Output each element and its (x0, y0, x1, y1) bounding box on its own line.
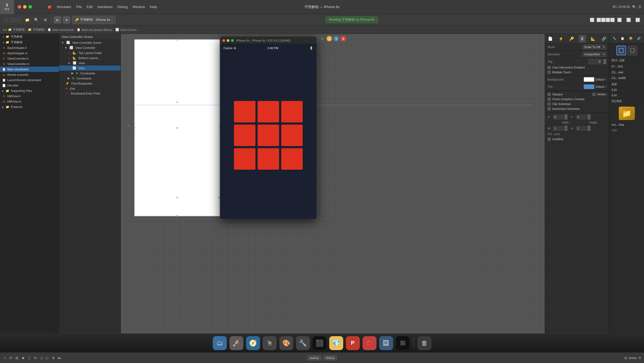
nav-item-viewcontroller-m[interactable]: m ViewController.m (0, 61, 59, 67)
opaque-checkbox[interactable] (548, 93, 551, 96)
autoresize-checkbox[interactable] (548, 107, 551, 110)
menu-hardware[interactable]: Hardware (95, 4, 115, 10)
width-field[interactable]: 1 (553, 126, 563, 130)
grid-cell-6[interactable] (281, 125, 303, 146)
user-interaction-checkbox[interactable] (548, 66, 551, 69)
panel-icon-4[interactable]: 🔗 (637, 37, 641, 40)
run-button[interactable]: ▶ (54, 16, 61, 24)
inspector-tab-id[interactable]: 🔑 (568, 35, 576, 42)
panel-icon-1[interactable]: 🔧 (613, 37, 616, 40)
stop-button[interactable]: ■ (63, 16, 70, 24)
scene-view-controller-scene[interactable]: ▼ ⬜ View Controller Scene (59, 40, 120, 45)
far-right-label-4[interactable]: ZJL...etail情 (609, 75, 644, 81)
editor-standard-btn[interactable]: ⬜ (588, 16, 596, 24)
nav-item-assets[interactable]: 🗂 Assets.xcassets (0, 72, 59, 77)
bottom-split-btn[interactable]: | (27, 355, 31, 361)
constraint-handle-left[interactable] (134, 127, 135, 129)
menu-help[interactable]: Help (148, 4, 159, 10)
canvas-icon-1[interactable]: ⊕ (320, 36, 325, 41)
clears-graphics-checkbox[interactable] (548, 98, 551, 101)
dock-term-2[interactable]: ⬛ (396, 336, 410, 350)
menu-file[interactable]: File (74, 4, 84, 10)
inspector-tab-quick[interactable]: ⚡ (557, 35, 565, 42)
dock-p-app[interactable]: P (346, 336, 360, 350)
canvas-icon-2[interactable]: ⚠ (327, 36, 332, 41)
grid-cell-8[interactable] (258, 148, 279, 170)
nav-item-viewcontroller-h[interactable]: h ViewController.h (0, 56, 59, 61)
scene-entry-point[interactable]: → Storyboard Entry Point (59, 91, 120, 96)
tag-field[interactable]: 0 (588, 59, 602, 64)
mode-dropdown[interactable]: Scale To Fill ▾ (582, 45, 606, 49)
scene-constraints-inner[interactable]: ▶ ⊞ Constraints (59, 71, 120, 76)
height-size-indicator[interactable]: hhAny (324, 355, 337, 360)
hidden-checkbox[interactable] (592, 93, 595, 96)
far-right-label-3[interactable]: ZJL...etail (609, 70, 644, 75)
width-size-indicator[interactable]: wwAny (307, 355, 321, 360)
multiple-touch-checkbox[interactable] (548, 71, 551, 74)
pause-button[interactable]: ⏸ 暂停 (0, 0, 14, 14)
big-folder-icon-1[interactable]: 📁 (619, 107, 635, 120)
iphone-wireframe[interactable] (134, 39, 220, 216)
h-decrement[interactable]: ▼ (587, 128, 591, 131)
nav-toggle-btn[interactable]: ⬜ (616, 16, 623, 24)
background-color-swatch[interactable] (584, 77, 594, 82)
editor-version-btn[interactable]: ⬜⬜ (606, 16, 614, 24)
menu-window[interactable]: Window (130, 4, 147, 10)
panel-icon-2[interactable]: 📋 (621, 37, 624, 40)
nav-item-launchscreen[interactable]: 📋 LaunchScreen.storyboard (0, 77, 59, 83)
canvas-icon-3[interactable]: ℹ (334, 36, 339, 41)
inspector-tab-file[interactable]: 📄 (547, 35, 554, 42)
file-btn-2[interactable]: 🔍 (32, 16, 40, 24)
scene-first-responder[interactable]: ⚡ First Responder (59, 81, 120, 86)
bottom-pause-btn[interactable]: ⏸ (51, 355, 56, 361)
dock-tools[interactable]: 🔧 (296, 336, 310, 350)
bottom-grid-btn[interactable]: ⊞ (15, 355, 19, 361)
dock-terminal[interactable]: ⬛ (313, 336, 327, 350)
close-button[interactable] (18, 5, 21, 9)
constraint-handle-inner-top[interactable] (177, 101, 178, 103)
nav-item-appdelegate-h[interactable]: h AppDelegate.h (0, 45, 59, 50)
breadcrumb-vc[interactable]: View Contro... (120, 28, 139, 31)
editor-assistant-btn[interactable]: ⬜⬜ (597, 16, 605, 24)
dock-trash[interactable]: 🗑 (418, 336, 431, 350)
bottom-add-btn[interactable]: + (3, 355, 7, 361)
far-right-label-2[interactable]: 07-...优化 (609, 64, 644, 70)
far-right-label-1[interactable]: 第13...业板 (609, 57, 644, 64)
tint-color-swatch[interactable] (584, 84, 594, 89)
far-right-desktop-label[interactable]: 桌面 (609, 81, 644, 88)
grid-cell-4[interactable] (234, 125, 255, 146)
menu-edit[interactable]: Edit (85, 4, 95, 10)
center-handle[interactable] (177, 127, 178, 129)
obj-square-selected[interactable] (616, 46, 626, 55)
dock-launchpad[interactable]: 🚀 (229, 336, 243, 350)
nav-item-main-storyboard[interactable]: 📋 Main.storyboard (0, 67, 59, 72)
bottom-refresh-btn[interactable]: ⟲ (33, 355, 38, 361)
far-right-time-2[interactable]: 9:34 (609, 93, 644, 98)
nav-item-hmview-m[interactable]: m HMView.m (0, 99, 59, 104)
clip-subviews-checkbox[interactable] (548, 103, 551, 106)
constraint-handle-bottom[interactable] (176, 215, 178, 217)
settings-btn[interactable]: ⚙ (638, 356, 641, 360)
menu-apple[interactable]: 🍎 (45, 4, 54, 10)
far-right-qq-label[interactable]: QQ 框架 (609, 98, 644, 104)
dock-source-tree[interactable]: ⭕ (363, 336, 376, 350)
debug-toggle-btn[interactable]: ⬜ (625, 16, 632, 24)
dock-sketch[interactable]: 💎 (329, 336, 343, 350)
menu-simulator[interactable]: Simulator (54, 4, 74, 10)
w-increment[interactable]: ▲ (564, 126, 568, 128)
w-decrement[interactable]: ▼ (564, 128, 568, 131)
inspector-tab-connections[interactable]: 🔗 (600, 35, 608, 42)
nav-item-products[interactable]: ▶ 📁 Products (0, 104, 59, 110)
tag-decrement[interactable]: ▼ (603, 62, 606, 64)
nav-item-appdelegate-m[interactable]: m AppDelegate.m (0, 50, 59, 56)
inspector-tab-attributes[interactable]: 🎛 (579, 35, 586, 42)
bottom-info-btn[interactable]: ⟳ (9, 355, 13, 361)
x-field[interactable]: 0 (553, 115, 563, 119)
scene-view-outer[interactable]: ▼ ⬜ View (59, 60, 120, 66)
breadcrumb-back[interactable]: ◂ (3, 28, 4, 31)
grid-cell-3[interactable] (281, 101, 303, 122)
utility-toggle-btn[interactable]: ⬜ (634, 16, 641, 24)
nav-item-hmview-h[interactable]: h HMView.h (0, 93, 59, 99)
file-btn-3[interactable]: ⚙ (42, 16, 49, 24)
dock-paint[interactable]: 🎨 (279, 336, 293, 350)
